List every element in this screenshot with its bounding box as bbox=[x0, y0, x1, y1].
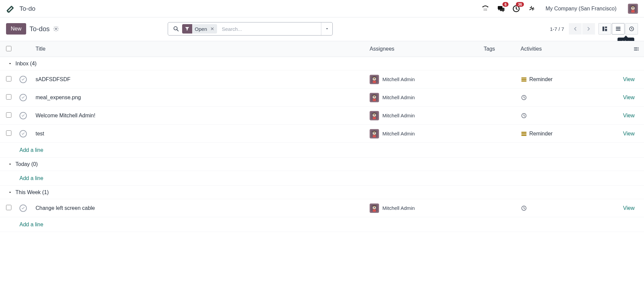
column-options-icon[interactable] bbox=[633, 46, 639, 52]
col-activities[interactable]: Activities bbox=[521, 46, 611, 52]
row-title: test bbox=[36, 131, 44, 136]
view-activity-button[interactable] bbox=[625, 23, 638, 35]
row-checkbox[interactable] bbox=[6, 205, 11, 210]
svg-rect-27 bbox=[522, 77, 527, 78]
activity-reminder[interactable]: Reminder bbox=[521, 130, 611, 137]
search-input[interactable] bbox=[220, 22, 321, 35]
group-today[interactable]: Today (0) bbox=[0, 158, 644, 171]
assignee-avatar[interactable] bbox=[370, 111, 379, 120]
svg-rect-21 bbox=[616, 28, 621, 29]
svg-point-16 bbox=[174, 26, 177, 30]
svg-point-10 bbox=[486, 9, 487, 9]
company-selector[interactable]: My Company (San Francisco) bbox=[545, 6, 616, 12]
svg-point-25 bbox=[638, 49, 639, 49]
svg-rect-28 bbox=[522, 79, 527, 80]
debug-icon[interactable] bbox=[527, 4, 536, 13]
activity-label: Reminder bbox=[529, 131, 552, 137]
table-row[interactable]: Change left screen cable Mitchell Admin … bbox=[0, 199, 644, 217]
col-assignees[interactable]: Assignees bbox=[370, 46, 484, 52]
search-icon[interactable] bbox=[173, 25, 179, 32]
svg-rect-33 bbox=[522, 133, 527, 134]
add-line-row: Add a line bbox=[0, 217, 644, 232]
assignee-avatar[interactable] bbox=[370, 203, 379, 213]
breadcrumb[interactable]: To-dos bbox=[30, 25, 50, 33]
filter-chip-remove[interactable]: ✕ bbox=[210, 26, 217, 32]
state-toggle[interactable] bbox=[19, 94, 27, 101]
view-list-button[interactable]: List bbox=[612, 23, 625, 35]
grid-header: Title Assignees Tags Activities bbox=[0, 41, 644, 57]
messages-icon[interactable]: 6 bbox=[496, 4, 505, 13]
group-this-week-label: This Week (1) bbox=[15, 189, 49, 195]
caret-down-icon bbox=[8, 190, 12, 194]
activity-clock-icon[interactable] bbox=[521, 94, 611, 101]
filter-chip-open[interactable]: Open ✕ bbox=[182, 24, 217, 34]
pager-prev-button[interactable] bbox=[569, 23, 582, 35]
svg-point-6 bbox=[483, 6, 484, 7]
svg-rect-32 bbox=[522, 132, 527, 133]
app-logo-icon[interactable] bbox=[6, 4, 15, 13]
add-line-link[interactable]: Add a line bbox=[19, 222, 43, 228]
todo-grid: Title Assignees Tags Activities Inbox (4… bbox=[0, 41, 644, 232]
activities-icon[interactable]: 36 bbox=[512, 4, 521, 13]
add-line-link[interactable]: Add a line bbox=[19, 175, 43, 181]
gear-icon[interactable] bbox=[53, 26, 59, 32]
pager-next-button[interactable] bbox=[582, 23, 595, 35]
activity-reminder[interactable]: Reminder bbox=[521, 76, 611, 83]
assignee-name: Mitchell Admin bbox=[382, 113, 415, 118]
search-box: Open ✕ bbox=[168, 22, 333, 36]
user-avatar[interactable] bbox=[628, 4, 638, 14]
row-checkbox[interactable] bbox=[6, 94, 11, 100]
table-row[interactable]: meal_expense.png Mitchell Admin View bbox=[0, 89, 644, 107]
top-nav: To-do 6 36 My Company (San Francisco) bbox=[0, 0, 644, 17]
view-link[interactable]: View bbox=[623, 95, 635, 100]
add-line-link[interactable]: Add a line bbox=[19, 147, 43, 153]
select-all-checkbox[interactable] bbox=[6, 46, 11, 51]
assignee-avatar[interactable] bbox=[370, 75, 379, 84]
assignee-name: Mitchell Admin bbox=[382, 76, 415, 82]
new-button[interactable]: New bbox=[6, 23, 26, 35]
funnel-icon bbox=[182, 24, 192, 34]
view-kanban-button[interactable] bbox=[598, 23, 611, 35]
svg-rect-22 bbox=[616, 30, 621, 31]
pager-text[interactable]: 1-7 / 7 bbox=[550, 26, 564, 32]
svg-point-26 bbox=[638, 50, 639, 51]
view-link[interactable]: View bbox=[623, 205, 635, 211]
group-this-week[interactable]: This Week (1) bbox=[0, 186, 644, 199]
assignee-name: Mitchell Admin bbox=[382, 95, 415, 100]
state-toggle[interactable] bbox=[19, 76, 27, 83]
svg-point-12 bbox=[485, 10, 486, 10]
search-dropdown-toggle[interactable] bbox=[321, 22, 332, 35]
table-row[interactable]: sADFSDFSDF Mitchell Admin Reminder View bbox=[0, 70, 644, 89]
group-inbox-label: Inbox (4) bbox=[15, 61, 37, 67]
row-checkbox[interactable] bbox=[6, 76, 11, 81]
table-row[interactable]: Welcome Mitchell Admin! Mitchell Admin V… bbox=[0, 107, 644, 125]
svg-point-9 bbox=[485, 9, 486, 9]
col-tags[interactable]: Tags bbox=[484, 46, 521, 52]
row-title: meal_expense.png bbox=[36, 95, 81, 100]
row-checkbox[interactable] bbox=[6, 112, 11, 118]
reminder-icon bbox=[521, 76, 527, 83]
add-line-row: Add a line bbox=[0, 171, 644, 186]
group-inbox[interactable]: Inbox (4) bbox=[0, 57, 644, 70]
assignee-avatar[interactable] bbox=[370, 129, 379, 138]
view-switcher: List bbox=[598, 23, 638, 35]
caret-down-icon bbox=[8, 62, 12, 66]
assignee-avatar[interactable] bbox=[370, 93, 379, 102]
control-bar: New To-dos Open ✕ 1-7 / 7 List bbox=[0, 17, 644, 41]
activity-clock-icon[interactable] bbox=[521, 205, 611, 212]
table-row[interactable]: test Mitchell Admin Reminder View bbox=[0, 125, 644, 143]
state-toggle[interactable] bbox=[19, 112, 27, 119]
activity-clock-icon[interactable] bbox=[521, 112, 611, 119]
svg-rect-18 bbox=[605, 26, 607, 28]
view-link[interactable]: View bbox=[623, 131, 635, 136]
app-title[interactable]: To-do bbox=[19, 5, 36, 12]
phone-icon[interactable] bbox=[481, 4, 490, 13]
row-checkbox[interactable] bbox=[6, 130, 11, 136]
view-link[interactable]: View bbox=[623, 76, 635, 82]
state-toggle[interactable] bbox=[19, 130, 27, 137]
state-toggle[interactable] bbox=[19, 204, 27, 212]
view-link[interactable]: View bbox=[623, 113, 635, 118]
svg-rect-20 bbox=[616, 27, 621, 27]
col-title[interactable]: Title bbox=[34, 46, 370, 52]
svg-rect-19 bbox=[605, 29, 607, 31]
